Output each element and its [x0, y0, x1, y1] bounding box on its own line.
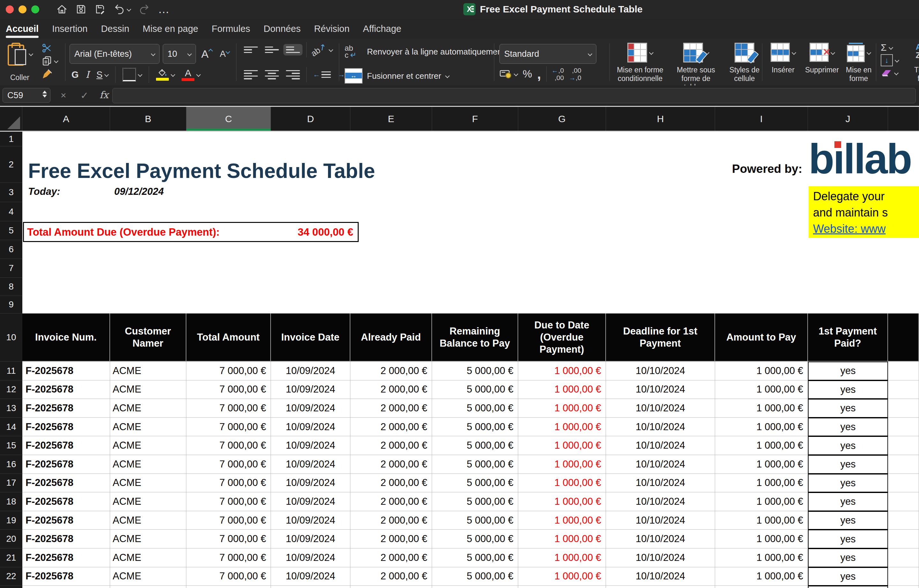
- minimize-button[interactable]: [18, 5, 26, 13]
- cell-date[interactable]: 10/09/2024: [271, 362, 350, 380]
- tab-insertion[interactable]: Insertion: [52, 18, 88, 39]
- cell-paid[interactable]: 2 000,00 €: [350, 492, 432, 511]
- cell-date[interactable]: 10/09/2024: [271, 548, 350, 567]
- row-header-3[interactable]: 3: [0, 183, 22, 202]
- cell-customer[interactable]: ACME: [110, 511, 186, 530]
- more-icon[interactable]: …: [158, 6, 170, 13]
- cell-paid_first[interactable]: yes: [808, 492, 888, 511]
- home-icon[interactable]: [57, 4, 67, 15]
- cell-blank[interactable]: [888, 586, 919, 588]
- row-header-9[interactable]: 9: [0, 296, 22, 313]
- cell-remaining[interactable]: 5 000,00 €: [432, 362, 518, 380]
- cell-overdue[interactable]: 1 000,00 €: [518, 380, 606, 399]
- row-header-21[interactable]: 21: [0, 548, 22, 567]
- cell-customer[interactable]: ACME: [110, 567, 186, 586]
- row-header-4[interactable]: 4: [0, 202, 22, 221]
- cell-date[interactable]: 10/09/2024: [271, 418, 350, 436]
- cell-blank[interactable]: [888, 455, 919, 474]
- cell-invoice[interactable]: F-2025678: [22, 362, 110, 380]
- cell-blank[interactable]: [888, 511, 919, 530]
- cell-blank[interactable]: [888, 492, 919, 511]
- cell-invoice[interactable]: F-2025678: [22, 586, 110, 588]
- cell-invoice[interactable]: F-2025678: [22, 492, 110, 511]
- undo-icon[interactable]: [114, 4, 125, 15]
- cell-paid_first[interactable]: yes: [808, 548, 888, 567]
- cancel-icon[interactable]: ×: [61, 90, 66, 101]
- table-header-invoice-num[interactable]: Invoice Num.: [22, 313, 110, 362]
- borders-button[interactable]: [123, 68, 142, 81]
- decrease-indent-button[interactable]: ←: [311, 68, 334, 81]
- cell-invoice[interactable]: F-2025678: [22, 548, 110, 567]
- bold-button[interactable]: G: [71, 69, 79, 80]
- decrease-font-button[interactable]: A: [218, 49, 232, 59]
- cell-total[interactable]: 7 000,00 €: [186, 362, 271, 380]
- font-size-select[interactable]: 10: [163, 44, 196, 64]
- cell-paid_first[interactable]: yes: [808, 436, 888, 455]
- cell-overdue[interactable]: 1 000,00 €: [518, 474, 606, 493]
- table-header-already-paid[interactable]: Already Paid: [350, 313, 432, 362]
- cell-total[interactable]: 7 000,00 €: [186, 530, 271, 548]
- column-header-C[interactable]: C: [186, 107, 271, 131]
- cell-paid_first[interactable]: yes: [808, 399, 888, 418]
- cell-total[interactable]: 7 000,00 €: [186, 567, 271, 586]
- column-header-G[interactable]: G: [518, 107, 606, 131]
- font-color-button[interactable]: A: [182, 69, 200, 81]
- table-header-invoice-date[interactable]: Invoice Date: [271, 313, 350, 362]
- cell-paid_first[interactable]: yes: [808, 511, 888, 530]
- copy-icon[interactable]: [42, 55, 52, 66]
- table-header-amount-to-pay[interactable]: Amount to Pay: [715, 313, 808, 362]
- tab-dessin[interactable]: Dessin: [101, 18, 129, 39]
- total-due-box[interactable]: Total Amount Due (Overdue Payment): 34 0…: [23, 222, 359, 242]
- cell-customer[interactable]: ACME: [110, 418, 186, 436]
- cell-deadline[interactable]: 10/10/2024: [606, 436, 715, 455]
- sheet-cells[interactable]: Free Excel Payment Schedule Table Today:…: [22, 132, 919, 588]
- column-header-B[interactable]: B: [110, 107, 186, 131]
- cell-date[interactable]: 10/09/2024: [271, 511, 350, 530]
- clear-button[interactable]: [881, 67, 899, 79]
- wrap-text-button[interactable]: ab c Renvoyer à la ligne automatiquement: [345, 45, 512, 59]
- cell-deadline[interactable]: 10/10/2024: [606, 362, 715, 380]
- cell-amount[interactable]: 1 000,00 €: [715, 586, 808, 588]
- cell-blank[interactable]: [888, 474, 919, 493]
- cell-invoice[interactable]: F-2025678: [22, 530, 110, 548]
- orientation-button[interactable]: ab↗: [311, 45, 332, 55]
- cell-total[interactable]: 7 000,00 €: [186, 548, 271, 567]
- select-all-corner[interactable]: [0, 107, 22, 131]
- row-header-6[interactable]: 6: [0, 240, 22, 259]
- cell-overdue[interactable]: 1 000,00 €: [518, 418, 606, 436]
- close-button[interactable]: [6, 5, 14, 13]
- cell-overdue[interactable]: 1 000,00 €: [518, 492, 606, 511]
- cell-amount[interactable]: 1 000,00 €: [715, 436, 808, 455]
- undo-chevron-icon[interactable]: [127, 7, 131, 11]
- column-header-F[interactable]: F: [432, 107, 518, 131]
- cell-paid[interactable]: 2 000,00 €: [350, 511, 432, 530]
- table-header-total-amount[interactable]: Total Amount: [186, 313, 271, 362]
- cell-paid_first[interactable]: yes: [808, 474, 888, 493]
- cell-invoice[interactable]: F-2025678: [22, 399, 110, 418]
- comma-button[interactable]: ,: [537, 71, 541, 77]
- cell-paid[interactable]: 2 000,00 €: [350, 436, 432, 455]
- row-header-12[interactable]: 12: [0, 380, 22, 399]
- name-box-spinner[interactable]: [42, 90, 47, 98]
- decrease-decimal-button[interactable]: ←,0 ,00: [552, 67, 564, 81]
- cell-blank[interactable]: [888, 530, 919, 548]
- cell-remaining[interactable]: 5 000,00 €: [432, 530, 518, 548]
- cell-date[interactable]: 10/09/2024: [271, 586, 350, 588]
- cell-deadline[interactable]: 10/10/2024: [606, 567, 715, 586]
- paste-chevron-icon[interactable]: [29, 52, 33, 56]
- row-header-19[interactable]: 19: [0, 511, 22, 530]
- cell-amount[interactable]: 1 000,00 €: [715, 362, 808, 380]
- cell-invoice[interactable]: F-2025678: [22, 418, 110, 436]
- cell-date[interactable]: 10/09/2024: [271, 474, 350, 493]
- cell-deadline[interactable]: 10/10/2024: [606, 492, 715, 511]
- cell-amount[interactable]: 1 000,00 €: [715, 567, 808, 586]
- cell-total[interactable]: 7 000,00 €: [186, 586, 271, 588]
- cell-remaining[interactable]: 5 000,00 €: [432, 511, 518, 530]
- italic-button[interactable]: I: [86, 69, 89, 80]
- table-header-1st-payment-paid[interactable]: 1st Payment Paid?: [808, 313, 888, 362]
- cell-customer[interactable]: ACME: [110, 455, 186, 474]
- formula-input[interactable]: [112, 88, 916, 103]
- cell-paid[interactable]: 2 000,00 €: [350, 548, 432, 567]
- cell-blank[interactable]: [888, 567, 919, 586]
- cell-customer[interactable]: ACME: [110, 362, 186, 380]
